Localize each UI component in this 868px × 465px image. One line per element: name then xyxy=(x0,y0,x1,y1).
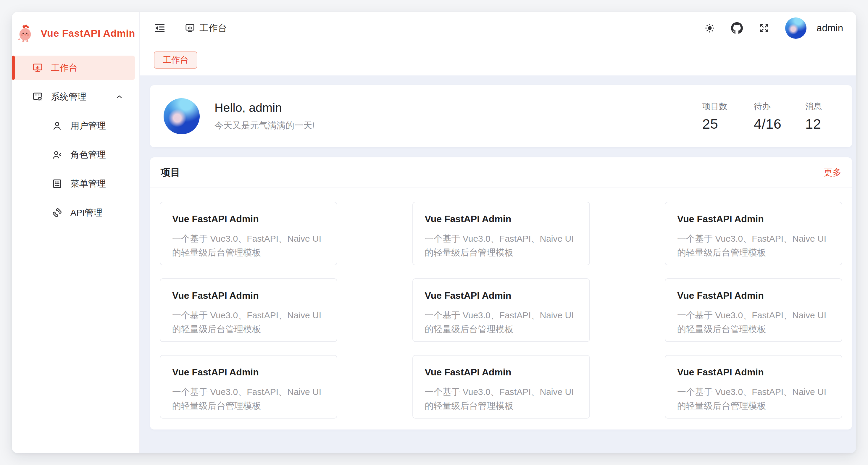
username[interactable]: admin xyxy=(816,23,843,34)
tags-bar: 工作台 xyxy=(140,44,856,75)
stat-label: 待办 xyxy=(754,101,786,112)
project-card[interactable]: Vue FastAPI Admin 一个基于 Vue3.0、FastAPI、Na… xyxy=(665,278,842,342)
project-card[interactable]: Vue FastAPI Admin 一个基于 Vue3.0、FastAPI、Na… xyxy=(412,278,590,342)
breadcrumb-label: 工作台 xyxy=(199,22,227,34)
user-avatar[interactable] xyxy=(785,18,806,39)
topbar-actions: admin xyxy=(704,18,843,39)
menu-list-icon xyxy=(52,178,63,189)
top-header: 工作台 admin xyxy=(140,12,856,44)
chick-logo-icon xyxy=(16,24,35,42)
project-card[interactable]: Vue FastAPI Admin 一个基于 Vue3.0、FastAPI、Na… xyxy=(160,278,337,342)
project-description: 一个基于 Vue3.0、FastAPI、Naive UI 的轻量级后台管理模板 xyxy=(172,231,325,259)
project-card[interactable]: Vue FastAPI Admin 一个基于 Vue3.0、FastAPI、Na… xyxy=(665,202,842,265)
main-area: 工作台 admin 工作台 xyxy=(140,12,856,453)
stat-value: 25 xyxy=(702,116,735,132)
project-description: 一个基于 Vue3.0、FastAPI、Naive UI 的轻量级后台管理模板 xyxy=(425,308,578,336)
stat-todos: 待办 4/16 xyxy=(754,101,786,132)
project-card[interactable]: Vue FastAPI Admin 一个基于 Vue3.0、FastAPI、Na… xyxy=(412,355,590,418)
theme-toggle-sun-icon[interactable] xyxy=(704,22,715,34)
more-link[interactable]: 更多 xyxy=(824,166,841,179)
stat-label: 项目数 xyxy=(702,101,735,112)
stat-projects: 项目数 25 xyxy=(702,101,735,132)
sidebar-item-users[interactable]: 用户管理 xyxy=(13,114,135,138)
project-card[interactable]: Vue FastAPI Admin 一个基于 Vue3.0、FastAPI、Na… xyxy=(160,355,337,418)
project-card[interactable]: Vue FastAPI Admin 一个基于 Vue3.0、FastAPI、Na… xyxy=(412,202,590,265)
projects-panel: 项目 更多 Vue FastAPI Admin 一个基于 Vue3.0、Fast… xyxy=(150,157,852,430)
workbench-icon xyxy=(32,62,43,73)
breadcrumb[interactable]: 工作台 xyxy=(185,22,227,34)
project-card[interactable]: Vue FastAPI Admin 一个基于 Vue3.0、FastAPI、Na… xyxy=(160,202,337,265)
project-title: Vue FastAPI Admin xyxy=(677,290,830,301)
workbench-icon xyxy=(185,23,195,33)
github-icon[interactable] xyxy=(731,22,743,34)
project-description: 一个基于 Vue3.0、FastAPI、Naive UI 的轻量级后台管理模板 xyxy=(425,385,578,413)
stat-messages: 消息 12 xyxy=(805,101,838,132)
project-card[interactable]: Vue FastAPI Admin 一个基于 Vue3.0、FastAPI、Na… xyxy=(665,355,842,418)
projects-title: 项目 xyxy=(161,166,180,179)
sidebar-menu: 工作台 系统管理 用户管理 角 xyxy=(12,56,139,229)
project-title: Vue FastAPI Admin xyxy=(677,367,830,378)
tag-workbench[interactable]: 工作台 xyxy=(154,52,197,69)
sidebar-item-system[interactable]: 系统管理 xyxy=(13,85,135,109)
app-window: Vue FastAPI Admin 工作台 系统管理 xyxy=(12,12,856,453)
welcome-text: Hello, admin 今天又是元气满满的一天! xyxy=(215,101,314,132)
api-plug-icon xyxy=(52,207,63,218)
collapse-sidebar-icon[interactable] xyxy=(154,22,166,34)
project-title: Vue FastAPI Admin xyxy=(172,290,325,301)
stat-label: 消息 xyxy=(805,101,838,112)
stat-value: 4/16 xyxy=(754,116,786,132)
welcome-card: Hello, admin 今天又是元气满满的一天! 项目数 25 待办 4/16… xyxy=(150,85,852,147)
projects-header: 项目 更多 xyxy=(150,157,852,188)
app-logo: Vue FastAPI Admin xyxy=(12,12,139,56)
project-description: 一个基于 Vue3.0、FastAPI、Naive UI 的轻量级后台管理模板 xyxy=(677,231,830,259)
greeting-subtitle: 今天又是元气满满的一天! xyxy=(215,120,314,132)
project-title: Vue FastAPI Admin xyxy=(677,214,830,224)
sidebar-item-workbench[interactable]: 工作台 xyxy=(13,56,135,80)
tag-label: 工作台 xyxy=(163,54,188,66)
sidebar-item-menus[interactable]: 菜单管理 xyxy=(13,172,135,196)
user-icon xyxy=(52,120,63,131)
project-description: 一个基于 Vue3.0、FastAPI、Naive UI 的轻量级后台管理模板 xyxy=(677,385,830,413)
project-description: 一个基于 Vue3.0、FastAPI、Naive UI 的轻量级后台管理模板 xyxy=(172,385,325,413)
fullscreen-icon[interactable] xyxy=(758,22,770,34)
project-description: 一个基于 Vue3.0、FastAPI、Naive UI 的轻量级后台管理模板 xyxy=(172,308,325,336)
project-description: 一个基于 Vue3.0、FastAPI、Naive UI 的轻量级后台管理模板 xyxy=(677,308,830,336)
sidebar-item-label: 菜单管理 xyxy=(70,178,106,190)
project-description: 一个基于 Vue3.0、FastAPI、Naive UI 的轻量级后台管理模板 xyxy=(425,231,578,259)
project-title: Vue FastAPI Admin xyxy=(172,214,325,224)
project-title: Vue FastAPI Admin xyxy=(425,367,578,378)
sidebar-item-label: 用户管理 xyxy=(70,120,106,132)
sidebar: Vue FastAPI Admin 工作台 系统管理 xyxy=(12,12,140,453)
sidebar-item-label: API管理 xyxy=(70,207,102,219)
role-icon xyxy=(52,149,63,160)
sidebar-item-label: 工作台 xyxy=(51,62,78,74)
chevron-up-icon xyxy=(115,92,124,101)
stat-value: 12 xyxy=(805,116,838,132)
stats-group: 项目数 25 待办 4/16 消息 12 xyxy=(702,101,838,132)
sidebar-item-label: 角色管理 xyxy=(70,149,106,161)
user-avatar-large xyxy=(164,98,200,134)
sidebar-item-roles[interactable]: 角色管理 xyxy=(13,143,135,167)
sidebar-item-label: 系统管理 xyxy=(51,91,86,103)
sidebar-item-api[interactable]: API管理 xyxy=(13,200,135,225)
system-settings-icon xyxy=(32,91,43,102)
project-title: Vue FastAPI Admin xyxy=(425,214,578,224)
projects-grid: Vue FastAPI Admin 一个基于 Vue3.0、FastAPI、Na… xyxy=(150,188,852,418)
project-title: Vue FastAPI Admin xyxy=(425,290,578,301)
greeting: Hello, admin xyxy=(215,101,314,115)
app-title: Vue FastAPI Admin xyxy=(40,28,135,39)
page-content: Hello, admin 今天又是元气满满的一天! 项目数 25 待办 4/16… xyxy=(140,75,856,453)
project-title: Vue FastAPI Admin xyxy=(172,367,325,378)
